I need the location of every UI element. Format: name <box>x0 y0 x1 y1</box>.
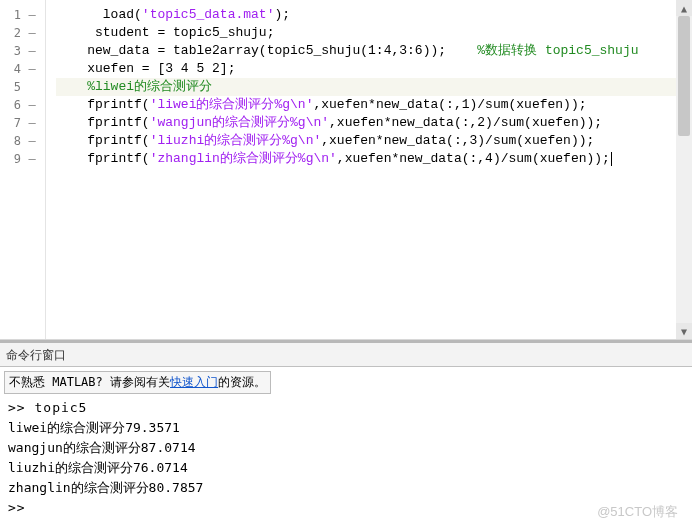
command-output-line: wangjun的综合测评分87.0714 <box>8 438 684 458</box>
command-output-line: >> <box>8 498 684 518</box>
code-line[interactable]: student = topic5_shuju; <box>56 24 692 42</box>
text-caret <box>611 152 612 166</box>
code-token: xuefen = [3 4 5 2]; <box>87 61 235 76</box>
code-token: new_data = table2array(topic5_shuju(1:4,… <box>87 43 477 58</box>
gutter-row: 6— <box>0 96 45 114</box>
editor-scrollbar[interactable]: ▲ ▼ <box>676 0 692 339</box>
line-gutter: 1—2—3—4—56—7—8—9— <box>0 0 46 339</box>
hint-prefix: 不熟悉 MATLAB? 请参阅有关 <box>9 375 170 389</box>
code-lines[interactable]: load('topic5_data.mat'); student = topic… <box>46 0 692 339</box>
section-dash-icon: — <box>25 116 39 130</box>
gutter-row: 2— <box>0 24 45 42</box>
line-number: 8 <box>7 134 21 148</box>
section-dash-icon: — <box>25 8 39 22</box>
prompt: >> <box>8 500 34 515</box>
code-token: %数据转换 topic5_shuju <box>477 43 638 58</box>
code-line[interactable]: new_data = table2array(topic5_shuju(1:4,… <box>56 42 692 60</box>
code-token: 'zhanglin的综合测评分%g\n' <box>150 151 337 166</box>
line-number: 3 <box>7 44 21 58</box>
line-number: 9 <box>7 152 21 166</box>
quickstart-link[interactable]: 快速入门 <box>170 375 218 389</box>
gutter-row: 5 <box>0 78 45 96</box>
code-line[interactable]: %liwei的综合测评分 <box>56 78 692 96</box>
editor-pane: 1—2—3—4—56—7—8—9— load('topic5_data.mat'… <box>0 0 692 340</box>
code-line[interactable]: load('topic5_data.mat'); <box>56 6 692 24</box>
line-number: 2 <box>7 26 21 40</box>
code-line[interactable]: xuefen = [3 4 5 2]; <box>56 60 692 78</box>
code-line[interactable]: fprintf('wangjun的综合测评分%g\n',xuefen*new_d… <box>56 114 692 132</box>
section-dash-icon: — <box>25 44 39 58</box>
code-token: fprintf( <box>87 97 149 112</box>
command-output-line: liwei的综合测评分79.3571 <box>8 418 684 438</box>
code-line[interactable]: fprintf('zhanglin的综合测评分%g\n',xuefen*new_… <box>56 150 692 168</box>
code-line[interactable]: fprintf('liwei的综合测评分%g\n',xuefen*new_dat… <box>56 96 692 114</box>
code-token: load( <box>103 7 142 22</box>
command-pane: 命令行窗口 不熟悉 MATLAB? 请参阅有关快速入门的资源。 >> topic… <box>0 340 692 529</box>
code-token: 'liuzhi的综合测评分%g\n' <box>150 133 322 148</box>
code-token: fprintf( <box>87 133 149 148</box>
code-token: fprintf( <box>87 151 149 166</box>
line-number: 7 <box>7 116 21 130</box>
code-token: ,xuefen*new_data(:,2)/sum(xuefen)); <box>329 115 602 130</box>
code-token: 'liwei的综合测评分%g\n' <box>150 97 314 112</box>
command-window-title: 命令行窗口 <box>0 343 692 367</box>
command-output[interactable]: >> topic5liwei的综合测评分79.3571wangjun的综合测评分… <box>0 394 692 518</box>
scroll-up-arrow-icon[interactable]: ▲ <box>676 0 692 16</box>
gutter-row: 1— <box>0 6 45 24</box>
code-token: student = topic5_shuju; <box>95 25 274 40</box>
code-token: 'topic5_data.mat' <box>142 7 275 22</box>
scroll-down-arrow-icon[interactable]: ▼ <box>676 323 692 339</box>
line-number: 1 <box>7 8 21 22</box>
code-token: ,xuefen*new_data(:,3)/sum(xuefen)); <box>321 133 594 148</box>
scroll-thumb[interactable] <box>678 16 690 136</box>
gutter-row: 7— <box>0 114 45 132</box>
line-number: 4 <box>7 62 21 76</box>
code-line[interactable]: fprintf('liuzhi的综合测评分%g\n',xuefen*new_da… <box>56 132 692 150</box>
code-area[interactable]: 1—2—3—4—56—7—8—9— load('topic5_data.mat'… <box>0 0 692 339</box>
line-number: 5 <box>7 80 21 94</box>
hint-suffix: 的资源。 <box>218 375 266 389</box>
code-token: fprintf( <box>87 115 149 130</box>
command-hint-box: 不熟悉 MATLAB? 请参阅有关快速入门的资源。 <box>4 371 271 394</box>
command-output-line: zhanglin的综合测评分80.7857 <box>8 478 684 498</box>
prompt: >> topic5 <box>8 400 87 415</box>
line-number: 6 <box>7 98 21 112</box>
section-dash-icon: — <box>25 134 39 148</box>
command-output-line: liuzhi的综合测评分76.0714 <box>8 458 684 478</box>
scroll-track[interactable] <box>676 16 692 323</box>
code-token: %liwei的综合测评分 <box>87 79 212 94</box>
command-output-line: >> topic5 <box>8 398 684 418</box>
section-dash-icon: — <box>25 152 39 166</box>
gutter-row: 4— <box>0 60 45 78</box>
code-token: ); <box>274 7 290 22</box>
gutter-row: 9— <box>0 150 45 168</box>
section-dash-icon: — <box>25 26 39 40</box>
code-token: ,xuefen*new_data(:,4)/sum(xuefen)); <box>337 151 610 166</box>
code-token: 'wangjun的综合测评分%g\n' <box>150 115 329 130</box>
section-dash-icon: — <box>25 98 39 112</box>
gutter-row: 3— <box>0 42 45 60</box>
section-dash-icon: — <box>25 62 39 76</box>
gutter-row: 8— <box>0 132 45 150</box>
code-token: ,xuefen*new_data(:,1)/sum(xuefen)); <box>313 97 586 112</box>
